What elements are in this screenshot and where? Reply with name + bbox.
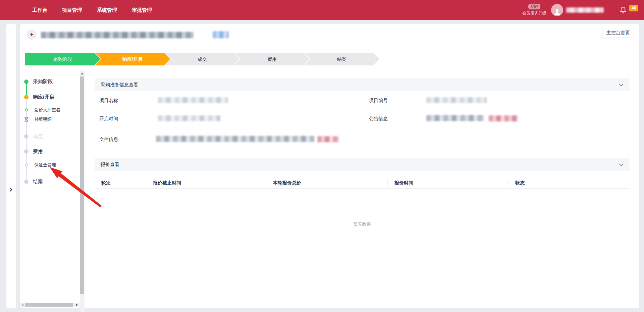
redacted-page-title [41, 32, 194, 38]
quote-table-header: 轮次 报价截止时间 本轮报价总价 报价时间 状态 [95, 177, 630, 189]
top-nav-bar: 工作台 项目管理 系统管理 审批管理 VIP 会员服务升级 46 [0, 0, 644, 20]
redacted-file-value [156, 136, 314, 142]
timeline-ring-gray [25, 163, 28, 166]
column-header-quote-time: 报价时间 [387, 180, 508, 186]
redacted-notice-value [426, 115, 484, 121]
stage-timeline-sidebar: 采购阶段 响应/开启 竞价大厅查看 补填明细 成交 费用 保证金管理 [20, 70, 85, 304]
timeline-dot-active [24, 95, 29, 99]
field-label-open-time: 开启时间 [99, 116, 118, 122]
prep-info-panel-title: 采购准备信息查看 [101, 82, 138, 88]
prep-info-panel-header[interactable]: 采购准备信息查看 [95, 78, 630, 91]
back-button[interactable] [26, 30, 37, 40]
redacted-status-tag [213, 31, 229, 38]
nav-item-workbench[interactable]: 工作台 [32, 7, 47, 13]
nav-menu: 工作台 项目管理 系统管理 审批管理 [32, 0, 152, 20]
back-arrow-icon [29, 32, 34, 37]
step-response-open[interactable]: 响应/开启 [95, 53, 170, 65]
collapse-chevron-icon[interactable] [619, 163, 624, 166]
page: 工作台 项目管理 系统管理 审批管理 VIP 会员服务升级 46 [0, 0, 644, 312]
timeline-dot-done [24, 80, 29, 84]
field-label-file: 文件信息 [99, 137, 118, 143]
sidebar-item-procure-stage[interactable]: 采购阶段 [33, 79, 53, 85]
step-fee[interactable]: 费用 [234, 53, 310, 65]
nav-item-approval-mgmt[interactable]: 审批管理 [132, 7, 152, 13]
vip-caption: 会员服务升级 [521, 10, 548, 16]
sidebar-item-response-open[interactable]: 响应/开启 [33, 94, 54, 100]
hourglass-icon [24, 117, 29, 123]
sidebar-item-bidding-hall[interactable]: 竞价大厅查看 [34, 107, 60, 113]
column-header-status: 状态 [508, 180, 630, 186]
collapse-chevron-icon[interactable] [619, 84, 624, 86]
nav-item-project-mgmt[interactable]: 项目管理 [62, 7, 82, 13]
avatar[interactable] [551, 4, 563, 16]
step-close-case[interactable]: 结案 [304, 53, 379, 65]
timeline-ring-green [25, 108, 28, 111]
column-header-round: 轮次 [95, 180, 146, 186]
vip-icon: VIP [528, 4, 541, 9]
timeline-dot-pending [24, 179, 29, 184]
quote-panel-title: 报价查看 [101, 162, 119, 168]
sidebar-item-deal[interactable]: 成交 [33, 133, 43, 140]
scroll-up-arrow[interactable] [80, 72, 84, 74]
field-label-notice: 公告信息 [369, 116, 388, 122]
vip-upgrade[interactable]: VIP 会员服务升级 [521, 3, 548, 16]
scroll-right-arrow[interactable] [76, 303, 78, 307]
timeline-dot-pending [24, 149, 29, 154]
redacted-notice-link[interactable] [489, 115, 518, 121]
expand-chevron-icon[interactable] [9, 187, 12, 193]
field-label-project-code: 项目编号 [369, 98, 388, 104]
redacted-project-name-value [158, 97, 228, 103]
sidebar-vertical-scrollbar[interactable] [80, 70, 85, 312]
sidebar-item-fill-details[interactable]: 补填明细 [34, 116, 52, 122]
horizontal-scroll-thumb[interactable] [25, 303, 73, 307]
main-card: 主控台首页 采购阶段 响应/开启 成交 费用 结案 采购阶段 响应/开启 竞价大… [20, 24, 639, 308]
user-icon [553, 7, 561, 16]
sidebar-item-deposit-mgmt[interactable]: 保证金管理 [34, 162, 56, 168]
step-procure-stage[interactable]: 采购阶段 [25, 53, 100, 65]
empty-data-text: 暂无数据 [95, 221, 630, 227]
column-header-quote-deadline: 报价截止时间 [146, 180, 266, 186]
notification-badge[interactable]: 46 [629, 5, 638, 11]
redacted-project-code-value [426, 97, 487, 103]
sidebar-item-close-case[interactable]: 结案 [33, 178, 43, 185]
redacted-file-link[interactable] [317, 136, 339, 142]
redacted-username [566, 7, 604, 13]
sidebar-item-fee[interactable]: 费用 [33, 148, 43, 155]
timeline-dot-pending [24, 134, 29, 139]
field-label-project-name: 项目名称 [99, 98, 118, 104]
sidebar-horizontal-scrollbar[interactable] [20, 303, 80, 307]
collapsed-side-strip [6, 24, 16, 308]
quote-panel-header[interactable]: 报价查看 [95, 158, 630, 171]
nav-item-system-mgmt[interactable]: 系统管理 [97, 7, 117, 13]
column-header-round-total: 本轮报价总价 [266, 180, 387, 186]
redacted-open-time-value [158, 115, 220, 121]
bell-icon[interactable] [619, 6, 627, 15]
console-home-button[interactable]: 主控台首页 [602, 28, 634, 38]
step-deal[interactable]: 成交 [165, 53, 240, 65]
vertical-scroll-thumb[interactable] [80, 76, 84, 294]
scroll-left-arrow[interactable] [21, 303, 23, 307]
header-divider [20, 44, 639, 44]
